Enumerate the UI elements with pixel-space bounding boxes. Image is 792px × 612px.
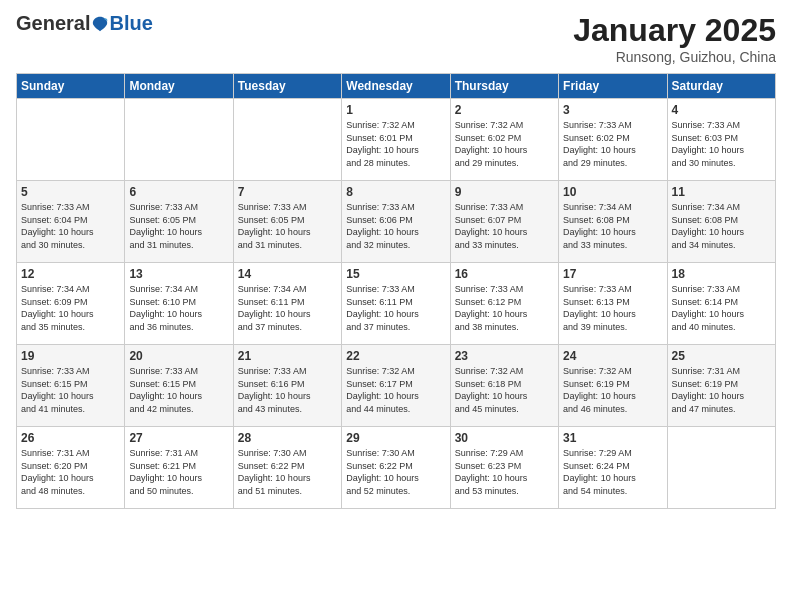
day-info: Sunrise: 7:32 AMSunset: 6:17 PMDaylight:… [346, 365, 445, 415]
day-number: 19 [21, 349, 120, 363]
col-monday: Monday [125, 74, 233, 99]
day-number: 9 [455, 185, 554, 199]
col-tuesday: Tuesday [233, 74, 341, 99]
logo: General Blue [16, 12, 153, 35]
day-number: 10 [563, 185, 662, 199]
table-row: 30Sunrise: 7:29 AMSunset: 6:23 PMDayligh… [450, 427, 558, 509]
day-info: Sunrise: 7:34 AMSunset: 6:08 PMDaylight:… [563, 201, 662, 251]
day-info: Sunrise: 7:34 AMSunset: 6:10 PMDaylight:… [129, 283, 228, 333]
table-row: 15Sunrise: 7:33 AMSunset: 6:11 PMDayligh… [342, 263, 450, 345]
header: General Blue January 2025 Runsong, Guizh… [16, 12, 776, 65]
title-block: January 2025 Runsong, Guizhou, China [573, 12, 776, 65]
table-row [667, 427, 775, 509]
day-info: Sunrise: 7:33 AMSunset: 6:15 PMDaylight:… [129, 365, 228, 415]
day-info: Sunrise: 7:33 AMSunset: 6:15 PMDaylight:… [21, 365, 120, 415]
col-saturday: Saturday [667, 74, 775, 99]
calendar-row: 12Sunrise: 7:34 AMSunset: 6:09 PMDayligh… [17, 263, 776, 345]
day-info: Sunrise: 7:34 AMSunset: 6:11 PMDaylight:… [238, 283, 337, 333]
table-row: 24Sunrise: 7:32 AMSunset: 6:19 PMDayligh… [559, 345, 667, 427]
day-number: 1 [346, 103, 445, 117]
calendar-row: 5Sunrise: 7:33 AMSunset: 6:04 PMDaylight… [17, 181, 776, 263]
day-info: Sunrise: 7:32 AMSunset: 6:19 PMDaylight:… [563, 365, 662, 415]
table-row: 27Sunrise: 7:31 AMSunset: 6:21 PMDayligh… [125, 427, 233, 509]
calendar-header-row: Sunday Monday Tuesday Wednesday Thursday… [17, 74, 776, 99]
day-info: Sunrise: 7:31 AMSunset: 6:21 PMDaylight:… [129, 447, 228, 497]
day-info: Sunrise: 7:33 AMSunset: 6:14 PMDaylight:… [672, 283, 771, 333]
day-number: 17 [563, 267, 662, 281]
table-row: 3Sunrise: 7:33 AMSunset: 6:02 PMDaylight… [559, 99, 667, 181]
day-info: Sunrise: 7:32 AMSunset: 6:02 PMDaylight:… [455, 119, 554, 169]
day-number: 21 [238, 349, 337, 363]
table-row: 19Sunrise: 7:33 AMSunset: 6:15 PMDayligh… [17, 345, 125, 427]
day-info: Sunrise: 7:33 AMSunset: 6:07 PMDaylight:… [455, 201, 554, 251]
calendar-table: Sunday Monday Tuesday Wednesday Thursday… [16, 73, 776, 509]
table-row: 13Sunrise: 7:34 AMSunset: 6:10 PMDayligh… [125, 263, 233, 345]
table-row: 17Sunrise: 7:33 AMSunset: 6:13 PMDayligh… [559, 263, 667, 345]
day-info: Sunrise: 7:30 AMSunset: 6:22 PMDaylight:… [238, 447, 337, 497]
table-row: 5Sunrise: 7:33 AMSunset: 6:04 PMDaylight… [17, 181, 125, 263]
day-number: 18 [672, 267, 771, 281]
day-number: 12 [21, 267, 120, 281]
table-row: 8Sunrise: 7:33 AMSunset: 6:06 PMDaylight… [342, 181, 450, 263]
day-info: Sunrise: 7:33 AMSunset: 6:12 PMDaylight:… [455, 283, 554, 333]
table-row: 9Sunrise: 7:33 AMSunset: 6:07 PMDaylight… [450, 181, 558, 263]
day-number: 23 [455, 349, 554, 363]
table-row: 11Sunrise: 7:34 AMSunset: 6:08 PMDayligh… [667, 181, 775, 263]
day-number: 13 [129, 267, 228, 281]
logo-general: General [16, 12, 90, 35]
day-info: Sunrise: 7:33 AMSunset: 6:02 PMDaylight:… [563, 119, 662, 169]
day-number: 7 [238, 185, 337, 199]
table-row: 26Sunrise: 7:31 AMSunset: 6:20 PMDayligh… [17, 427, 125, 509]
col-thursday: Thursday [450, 74, 558, 99]
table-row: 6Sunrise: 7:33 AMSunset: 6:05 PMDaylight… [125, 181, 233, 263]
day-number: 20 [129, 349, 228, 363]
table-row [17, 99, 125, 181]
calendar-row: 19Sunrise: 7:33 AMSunset: 6:15 PMDayligh… [17, 345, 776, 427]
table-row: 20Sunrise: 7:33 AMSunset: 6:15 PMDayligh… [125, 345, 233, 427]
table-row: 18Sunrise: 7:33 AMSunset: 6:14 PMDayligh… [667, 263, 775, 345]
day-number: 6 [129, 185, 228, 199]
day-number: 4 [672, 103, 771, 117]
day-number: 31 [563, 431, 662, 445]
day-info: Sunrise: 7:33 AMSunset: 6:05 PMDaylight:… [238, 201, 337, 251]
day-number: 24 [563, 349, 662, 363]
day-number: 30 [455, 431, 554, 445]
table-row: 16Sunrise: 7:33 AMSunset: 6:12 PMDayligh… [450, 263, 558, 345]
table-row: 23Sunrise: 7:32 AMSunset: 6:18 PMDayligh… [450, 345, 558, 427]
day-info: Sunrise: 7:34 AMSunset: 6:09 PMDaylight:… [21, 283, 120, 333]
day-number: 22 [346, 349, 445, 363]
table-row: 22Sunrise: 7:32 AMSunset: 6:17 PMDayligh… [342, 345, 450, 427]
calendar-title: January 2025 [573, 12, 776, 49]
table-row: 14Sunrise: 7:34 AMSunset: 6:11 PMDayligh… [233, 263, 341, 345]
day-info: Sunrise: 7:33 AMSunset: 6:16 PMDaylight:… [238, 365, 337, 415]
table-row: 10Sunrise: 7:34 AMSunset: 6:08 PMDayligh… [559, 181, 667, 263]
day-info: Sunrise: 7:29 AMSunset: 6:24 PMDaylight:… [563, 447, 662, 497]
day-number: 25 [672, 349, 771, 363]
table-row: 21Sunrise: 7:33 AMSunset: 6:16 PMDayligh… [233, 345, 341, 427]
table-row: 31Sunrise: 7:29 AMSunset: 6:24 PMDayligh… [559, 427, 667, 509]
day-number: 8 [346, 185, 445, 199]
col-friday: Friday [559, 74, 667, 99]
table-row: 2Sunrise: 7:32 AMSunset: 6:02 PMDaylight… [450, 99, 558, 181]
table-row [125, 99, 233, 181]
day-info: Sunrise: 7:32 AMSunset: 6:01 PMDaylight:… [346, 119, 445, 169]
logo-text: General Blue [16, 12, 153, 35]
logo-blue: Blue [109, 12, 152, 35]
day-number: 2 [455, 103, 554, 117]
table-row: 25Sunrise: 7:31 AMSunset: 6:19 PMDayligh… [667, 345, 775, 427]
day-info: Sunrise: 7:30 AMSunset: 6:22 PMDaylight:… [346, 447, 445, 497]
day-info: Sunrise: 7:31 AMSunset: 6:20 PMDaylight:… [21, 447, 120, 497]
day-number: 14 [238, 267, 337, 281]
table-row: 4Sunrise: 7:33 AMSunset: 6:03 PMDaylight… [667, 99, 775, 181]
col-wednesday: Wednesday [342, 74, 450, 99]
day-info: Sunrise: 7:31 AMSunset: 6:19 PMDaylight:… [672, 365, 771, 415]
logo-bird-icon [91, 15, 109, 33]
day-info: Sunrise: 7:33 AMSunset: 6:13 PMDaylight:… [563, 283, 662, 333]
day-number: 3 [563, 103, 662, 117]
day-info: Sunrise: 7:34 AMSunset: 6:08 PMDaylight:… [672, 201, 771, 251]
table-row: 7Sunrise: 7:33 AMSunset: 6:05 PMDaylight… [233, 181, 341, 263]
day-info: Sunrise: 7:33 AMSunset: 6:04 PMDaylight:… [21, 201, 120, 251]
table-row [233, 99, 341, 181]
table-row: 12Sunrise: 7:34 AMSunset: 6:09 PMDayligh… [17, 263, 125, 345]
day-info: Sunrise: 7:33 AMSunset: 6:03 PMDaylight:… [672, 119, 771, 169]
